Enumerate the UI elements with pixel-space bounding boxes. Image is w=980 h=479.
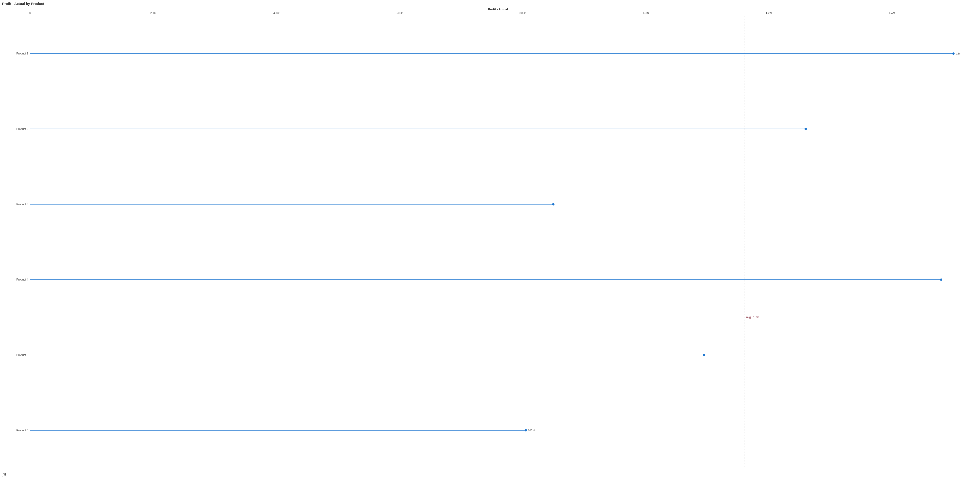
x-tick-label: 0 [29,11,31,15]
chart-area: Profit - Actual0200k400k600k800k1.0m1.2m… [0,7,980,479]
lollipop-dot[interactable] [552,203,555,205]
x-tick-label: 800k [520,11,526,15]
lollipop-dot[interactable] [525,429,527,431]
category-label: Product 5 [16,353,29,357]
svg-point-6 [5,474,6,474]
lollipop-dot[interactable] [805,128,807,130]
x-tick-label: 1.4m [889,11,895,15]
svg-point-0 [3,473,4,474]
category-label: Product 6 [16,429,29,432]
x-tick-label: 1.0m [643,11,649,15]
data-label: 1.5m [955,52,961,55]
lollipop-dot[interactable] [940,278,942,281]
category-label: Product 2 [16,127,29,130]
x-tick-label: 1.2m [766,11,772,15]
category-label: Product 3 [16,203,29,206]
chart-config-button[interactable] [2,472,7,477]
category-label: Product 1 [16,52,29,55]
x-tick-label: 200k [150,11,157,15]
chart-title: Profit - Actual by Product [0,0,980,7]
chart-config-icon [3,473,6,476]
avg-label: Avg : 1.2m [746,316,759,319]
x-tick-label: 600k [396,11,403,15]
lollipop-dot[interactable] [952,53,955,55]
chart-container: Profit - Actual by Product Profit - Actu… [0,0,980,479]
x-axis-title: Profit - Actual [488,8,508,11]
x-tick-label: 400k [273,11,280,15]
data-label: 805.4k [528,429,536,432]
svg-point-3 [5,474,5,475]
category-label: Product 4 [16,278,29,281]
chart-svg: Profit - Actual0200k400k600k800k1.0m1.2m… [14,7,975,470]
lollipop-dot[interactable] [703,354,705,356]
